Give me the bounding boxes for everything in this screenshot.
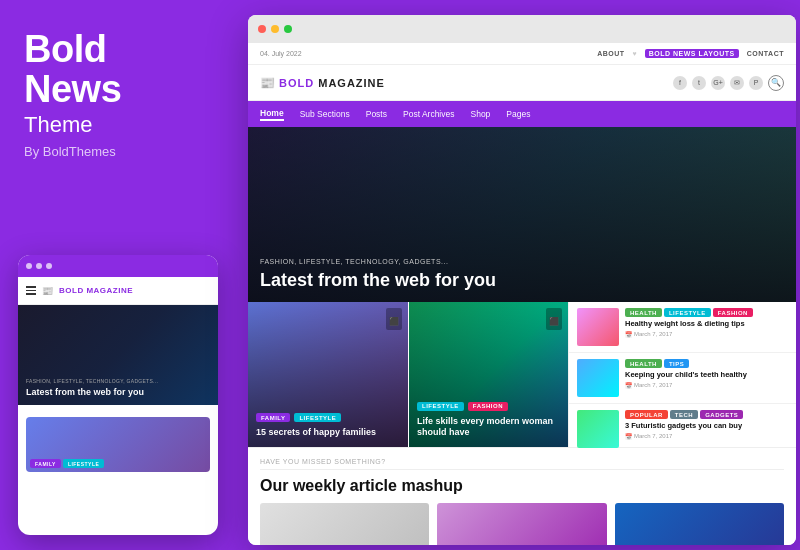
browser-window: 04. July 2022 ABOUT ♥ BOLD NEWS LAYOUTS … [248, 15, 796, 545]
site-logo-bar: 📰 BOLD MAGAZINE f t G+ ✉ P 🔍 [248, 65, 796, 101]
logo-text: BOLD MAGAZINE [279, 77, 385, 89]
tag-lifestyle-3: LIFESTYLE [664, 308, 711, 317]
brand-by: By BoldThemes [24, 144, 224, 159]
mobile-logo-icon: 📰 [42, 286, 53, 296]
hero-content: FASHION, LIFESTYLE, TECHNOLOGY, GADGETS.… [248, 248, 796, 302]
tag-family: FAMILY [256, 413, 290, 422]
mobile-card-tags: FAMILY LIFESTYLE [30, 459, 104, 468]
sidebar-articles: HEALTH LIFESTYLE FASHION Healthy weight … [568, 302, 796, 447]
mobile-tag-lifestyle: LIFESTYLE [63, 459, 104, 468]
mobile-nav: 📰 BOLD MAGAZINE [18, 277, 218, 305]
tag-tips: TIPS [664, 359, 689, 368]
gallery-icon-2: ⬛ [549, 317, 559, 326]
mobile-card: FAMILY LIFESTYLE [26, 417, 210, 472]
article-card-1[interactable]: FAMILY LIFESTYLE 15 secrets of happy fam… [248, 302, 408, 447]
article-2-title: Life skills every modern woman should ha… [417, 416, 560, 439]
sidebar-article-2-tags: HEALTH TIPS [625, 359, 788, 368]
browser-maximize-dot[interactable] [284, 25, 292, 33]
site-topbar: 04. July 2022 ABOUT ♥ BOLD NEWS LAYOUTS … [248, 43, 796, 65]
hero-title: Latest from the web for you [260, 270, 784, 292]
logo-icon: 📰 [260, 76, 275, 90]
nav-subsections[interactable]: Sub Sections [300, 109, 350, 119]
sidebar-article-3-img [577, 410, 619, 448]
sidebar-article-3-title: 3 Futuristic gadgets you can buy [625, 421, 788, 431]
nav-post-archives[interactable]: Post Archives [403, 109, 455, 119]
social-icons: f t G+ ✉ P 🔍 [673, 75, 784, 91]
article-2-tags: LIFESTYLE FASHION [417, 402, 560, 411]
article-1-gallery-icon: ⬛ [386, 308, 402, 330]
bottom-article-2[interactable]: FASHION WEEK STREET FASHION [437, 503, 606, 545]
sidebar-article-1-date: 📅 March 7, 2017 [625, 331, 788, 338]
tag-fashion: FASHION [468, 402, 508, 411]
article-card-2[interactable]: LIFESTYLE FASHION Life skills every mode… [408, 302, 568, 447]
mobile-titlebar [18, 255, 218, 277]
bottom-articles: FASHION WEEK VINTAGE FASHION WEEK STREET… [260, 503, 784, 545]
mobile-logo-text: BOLD MAGAZINE [59, 286, 133, 295]
sidebar-article-3[interactable]: POPULAR TECH GADGETS 3 Futuristic gadget… [569, 404, 796, 454]
sidebar-article-2-text: HEALTH TIPS Keeping your child's teeth h… [625, 359, 788, 389]
site-hero: FASHION, LIFESTYLE, TECHNOLOGY, GADGETS.… [248, 127, 796, 302]
sidebar-article-3-tags: POPULAR TECH GADGETS [625, 410, 788, 419]
google-icon[interactable]: G+ [711, 76, 725, 90]
bottom-article-1[interactable]: FASHION WEEK VINTAGE [260, 503, 429, 545]
mobile-dot-1 [26, 263, 32, 269]
sidebar-article-1-img [577, 308, 619, 346]
nav-shop[interactable]: Shop [470, 109, 490, 119]
browser-titlebar [248, 15, 796, 43]
sidebar-article-1-tags: HEALTH LIFESTYLE FASHION [625, 308, 788, 317]
nav-home[interactable]: Home [260, 108, 284, 121]
topbar-date: 04. July 2022 [260, 50, 302, 57]
twitter-icon[interactable]: t [692, 76, 706, 90]
sidebar-article-2-date: 📅 March 7, 2017 [625, 382, 788, 389]
mobile-section-label: FASHION, LIFESTYLE, TECHNOLOGY, GADGETS.… [26, 378, 210, 384]
site-bottom: HAVE YOU MISSED SOMETHING? Our weekly ar… [248, 447, 796, 545]
article-1-content: FAMILY LIFESTYLE 15 secrets of happy fam… [248, 405, 408, 447]
bottom-section-title: Our weekly article mashup [260, 476, 784, 495]
nav-pages[interactable]: Pages [506, 109, 530, 119]
bottom-article-3[interactable]: FASHION WEEK MODELS [615, 503, 784, 545]
browser-minimize-dot[interactable] [271, 25, 279, 33]
topbar-links: ABOUT ♥ BOLD NEWS LAYOUTS CONTACT [597, 49, 784, 58]
sidebar-article-1-title: Healthy weight loss & dieting tips [625, 319, 788, 329]
mobile-preview: 📰 BOLD MAGAZINE FASHION, LIFESTYLE, TECH… [18, 255, 218, 535]
tag-popular: POPULAR [625, 410, 668, 419]
left-panel: Bold News Theme By BoldThemes 📰 BOLD MAG… [0, 0, 248, 550]
pinterest-icon[interactable]: P [749, 76, 763, 90]
calendar-icon-3: 📅 [625, 433, 632, 440]
sidebar-article-2-img [577, 359, 619, 397]
sidebar-article-3-date: 📅 March 7, 2017 [625, 433, 788, 440]
hero-tags: FASHION, LIFESTYLE, TECHNOLOGY, GADGETS.… [260, 258, 784, 265]
sidebar-article-1[interactable]: HEALTH LIFESTYLE FASHION Healthy weight … [569, 302, 796, 353]
bottom-section-label: HAVE YOU MISSED SOMETHING? [260, 458, 784, 470]
calendar-icon-2: 📅 [625, 382, 632, 389]
article-2-gallery-icon: ⬛ [546, 308, 562, 330]
sidebar-article-1-text: HEALTH LIFESTYLE FASHION Healthy weight … [625, 308, 788, 338]
site-logo[interactable]: 📰 BOLD MAGAZINE [260, 76, 385, 90]
mobile-dot-2 [36, 263, 42, 269]
article-2-content: LIFESTYLE FASHION Life skills every mode… [409, 394, 568, 447]
topbar-about[interactable]: ABOUT [597, 50, 624, 57]
article-1-title: 15 secrets of happy families [256, 427, 400, 439]
mobile-hero: FASHION, LIFESTYLE, TECHNOLOGY, GADGETS.… [18, 305, 218, 405]
tag-lifestyle-2: LIFESTYLE [417, 402, 464, 411]
tag-fashion-2: FASHION [713, 308, 753, 317]
sidebar-article-2-title: Keeping your child's teeth healthy [625, 370, 788, 380]
site-nav: Home Sub Sections Posts Post Archives Sh… [248, 101, 796, 127]
mail-icon[interactable]: ✉ [730, 76, 744, 90]
topbar-contact[interactable]: CONTACT [747, 50, 784, 57]
tag-lifestyle: LIFESTYLE [294, 413, 341, 422]
brand-title: Bold News [24, 30, 224, 110]
browser-close-dot[interactable] [258, 25, 266, 33]
tag-health-1: HEALTH [625, 308, 662, 317]
articles-grid: FAMILY LIFESTYLE 15 secrets of happy fam… [248, 302, 796, 447]
calendar-icon-1: 📅 [625, 331, 632, 338]
nav-posts[interactable]: Posts [366, 109, 387, 119]
hero-category-label: FASHION, LIFESTYLE, TECHNOLOGY, GADGETS.… [260, 258, 448, 265]
topbar-bold-news[interactable]: BOLD NEWS LAYOUTS [645, 49, 739, 58]
search-icon[interactable]: 🔍 [768, 75, 784, 91]
mobile-tag-family: FAMILY [30, 459, 61, 468]
sidebar-article-2[interactable]: HEALTH TIPS Keeping your child's teeth h… [569, 353, 796, 404]
hamburger-icon[interactable] [26, 286, 36, 295]
gallery-icon: ⬛ [389, 317, 399, 326]
facebook-icon[interactable]: f [673, 76, 687, 90]
